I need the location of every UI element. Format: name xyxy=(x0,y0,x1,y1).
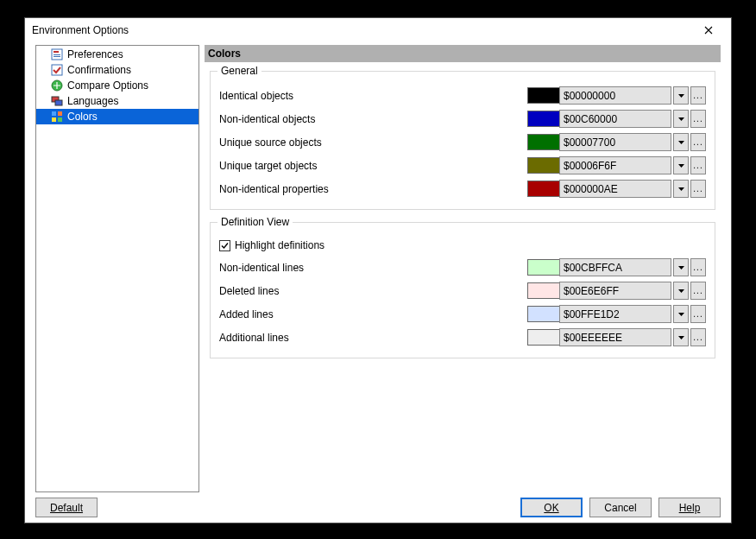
chevron-down-icon xyxy=(678,289,684,293)
settings-panel: Colors General Identical objects$0000000… xyxy=(205,45,721,492)
color-swatch[interactable] xyxy=(527,181,560,197)
color-swatch[interactable] xyxy=(527,306,560,322)
color-row-unique-target-objects: Unique target objects$00006F6F... xyxy=(219,154,706,177)
button-label: Cancel xyxy=(604,502,636,514)
color-value-field[interactable]: $00CBFFCA xyxy=(559,258,671,276)
color-row-label: Additional lines xyxy=(219,332,527,344)
chevron-down-icon xyxy=(678,164,684,168)
color-row-label: Non-identical lines xyxy=(219,262,527,274)
color-row-identical-objects: Identical objects$00000000... xyxy=(219,84,706,107)
group-title: General xyxy=(217,65,261,77)
color-swatch[interactable] xyxy=(527,111,560,127)
color-dropdown-button[interactable] xyxy=(673,305,689,323)
color-swatch[interactable] xyxy=(527,87,560,104)
ok-button[interactable]: OK xyxy=(520,498,583,517)
tree-item-preferences[interactable]: Preferences xyxy=(36,47,198,62)
chevron-down-icon xyxy=(678,117,684,121)
color-dropdown-button[interactable] xyxy=(673,282,689,300)
color-value-field[interactable]: $00C60000 xyxy=(559,110,671,128)
color-more-button[interactable]: ... xyxy=(690,156,706,174)
cancel-button[interactable]: Cancel xyxy=(589,498,652,517)
color-more-button[interactable]: ... xyxy=(690,110,706,128)
color-row-label: Added lines xyxy=(219,308,527,320)
color-value-field[interactable]: $00006F6F xyxy=(559,156,671,174)
color-row-unique-source-objects: Unique source objects$00007700... xyxy=(219,130,706,154)
svg-rect-9 xyxy=(58,111,62,116)
preferences-icon xyxy=(50,48,64,61)
button-label: Help xyxy=(679,502,701,514)
highlight-definitions-checkbox[interactable] xyxy=(219,240,230,251)
svg-rect-10 xyxy=(52,117,56,122)
color-more-button[interactable]: ... xyxy=(690,86,706,105)
color-row-deleted-lines: Deleted lines$00E6E6FF... xyxy=(219,279,706,302)
color-dropdown-button[interactable] xyxy=(673,180,689,198)
colors-icon xyxy=(50,110,64,124)
chevron-down-icon xyxy=(678,313,684,316)
svg-rect-4 xyxy=(52,65,62,75)
color-row-non-identical-lines: Non-identical lines$00CBFFCA... xyxy=(219,256,706,279)
color-swatch[interactable] xyxy=(527,282,560,299)
close-button[interactable] xyxy=(691,20,726,41)
color-more-button[interactable]: ... xyxy=(690,258,706,276)
dialog-window: Environment Options Preferences Confirma… xyxy=(24,17,732,523)
chevron-down-icon xyxy=(678,141,684,144)
color-more-button[interactable]: ... xyxy=(690,328,706,346)
color-dropdown-button[interactable] xyxy=(673,258,689,276)
tree-item-colors[interactable]: Colors xyxy=(36,109,198,124)
color-swatch[interactable] xyxy=(527,157,560,174)
tree-item-compare[interactable]: Compare Options xyxy=(36,78,198,93)
color-swatch[interactable] xyxy=(527,259,560,276)
tree-item-label: Languages xyxy=(67,95,118,107)
window-title: Environment Options xyxy=(32,24,129,36)
chevron-down-icon xyxy=(678,266,684,270)
svg-rect-11 xyxy=(58,117,62,122)
group-general: General Identical objects$00000000...Non… xyxy=(210,71,715,210)
color-dropdown-button[interactable] xyxy=(673,110,689,128)
panel-title: Colors xyxy=(205,45,721,62)
color-row-non-identical-objects: Non-identical objects$00C60000... xyxy=(219,107,706,130)
default-button[interactable]: Default xyxy=(35,498,98,517)
color-dropdown-button[interactable] xyxy=(673,156,689,174)
color-more-button[interactable]: ... xyxy=(690,180,706,198)
color-swatch[interactable] xyxy=(527,329,560,346)
color-row-label: Non-identical objects xyxy=(219,113,527,125)
svg-rect-1 xyxy=(54,51,59,53)
confirmations-icon xyxy=(50,63,64,77)
color-row-label: Deleted lines xyxy=(219,285,527,297)
color-dropdown-button[interactable] xyxy=(673,86,689,105)
languages-icon xyxy=(50,94,64,108)
color-value-field[interactable]: $000000AE xyxy=(559,180,671,198)
color-row-label: Unique source objects xyxy=(219,136,527,149)
svg-rect-8 xyxy=(52,111,56,116)
tree-item-label: Preferences xyxy=(67,48,123,60)
tree-item-label: Compare Options xyxy=(67,79,148,92)
color-row-added-lines: Added lines$00FFE1D2... xyxy=(219,302,706,326)
color-dropdown-button[interactable] xyxy=(673,328,689,346)
color-value-field[interactable]: $00EEEEEE xyxy=(559,328,671,346)
color-more-button[interactable]: ... xyxy=(690,133,706,151)
color-value-field[interactable]: $00007700 xyxy=(559,133,671,151)
color-value-field[interactable]: $00000000 xyxy=(559,86,671,105)
tree-item-confirmations[interactable]: Confirmations xyxy=(36,62,198,78)
color-more-button[interactable]: ... xyxy=(690,282,706,300)
chevron-down-icon xyxy=(678,94,684,98)
color-row-label: Identical objects xyxy=(219,90,527,102)
compare-icon xyxy=(50,79,64,92)
highlight-definitions-row: Highlight definitions xyxy=(219,235,706,256)
svg-rect-7 xyxy=(55,100,62,105)
close-icon xyxy=(704,26,713,35)
check-icon xyxy=(220,241,230,250)
group-title: Definition View xyxy=(217,216,293,228)
color-value-field[interactable]: $00FFE1D2 xyxy=(559,305,671,323)
tree-item-languages[interactable]: Languages xyxy=(36,93,198,109)
color-swatch[interactable] xyxy=(527,134,560,150)
color-row-label: Unique target objects xyxy=(219,160,527,172)
checkbox-label: Highlight definitions xyxy=(235,239,324,251)
help-button[interactable]: Help xyxy=(658,498,721,517)
chevron-down-icon xyxy=(678,336,684,339)
color-dropdown-button[interactable] xyxy=(673,133,689,151)
nav-tree: Preferences Confirmations Compare Option… xyxy=(35,45,199,492)
color-more-button[interactable]: ... xyxy=(690,305,706,323)
color-value-field[interactable]: $00E6E6FF xyxy=(559,282,671,300)
button-label: Default xyxy=(50,502,83,514)
